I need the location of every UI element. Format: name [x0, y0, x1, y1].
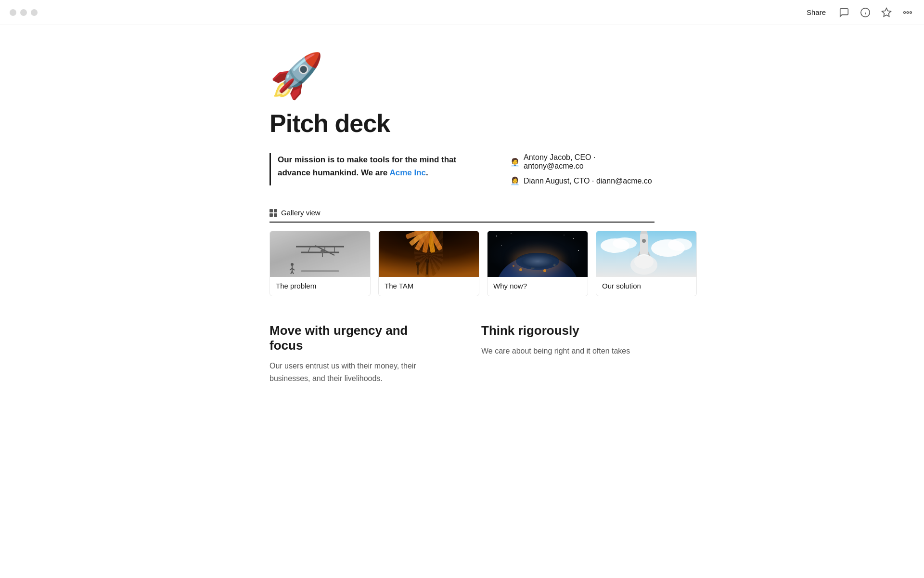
svg-point-52 — [642, 239, 646, 243]
cto-text: Diann August, CTO · diann@acme.co — [524, 177, 652, 185]
titlebar-actions: Share — [803, 6, 914, 19]
gallery-card-tam[interactable]: The TAM — [378, 231, 479, 296]
svg-point-33 — [496, 236, 497, 236]
page-icon: 🚀 — [270, 54, 654, 97]
svg-rect-28 — [417, 265, 419, 275]
traffic-lights — [10, 9, 38, 16]
svg-point-5 — [907, 12, 909, 13]
meta-section: Our mission is to make tools for the min… — [270, 153, 654, 185]
comment-icon[interactable] — [837, 6, 851, 19]
turbine-svg — [379, 231, 479, 277]
bottom-section-rigorously: Think rigorously We care about being rig… — [481, 323, 654, 384]
card-label-solution: Our solution — [596, 277, 696, 296]
mission-text-after: . — [426, 168, 428, 177]
svg-point-49 — [668, 238, 692, 251]
mission-text-before: Our mission is to make tools for the min… — [278, 155, 456, 177]
urgency-title: Move with urgency and focus — [270, 323, 443, 353]
gallery-card-problem[interactable]: The problem — [270, 231, 371, 296]
svg-point-37 — [501, 245, 502, 246]
acme-link[interactable]: Acme Inc — [389, 168, 426, 177]
svg-rect-50 — [640, 234, 648, 255]
earth-svg — [488, 231, 588, 277]
share-button[interactable]: Share — [803, 6, 830, 18]
card-label-problem: The problem — [270, 277, 370, 296]
svg-point-6 — [910, 12, 912, 13]
gallery-card-whynow[interactable]: Why now? — [487, 231, 588, 296]
cto-emoji: 👩‍💼 — [510, 176, 520, 185]
svg-point-56 — [630, 255, 657, 275]
svg-point-15 — [291, 263, 294, 266]
info-icon[interactable] — [859, 6, 872, 19]
mission-text: Our mission is to make tools for the min… — [278, 153, 472, 179]
svg-line-20 — [292, 271, 294, 274]
svg-point-36 — [564, 235, 564, 235]
svg-point-41 — [531, 265, 535, 269]
card-label-tam: The TAM — [379, 277, 479, 296]
ceo-text: Antony Jacob, CEO · antony@acme.co — [524, 153, 654, 171]
biplane-svg — [286, 242, 354, 261]
bottom-section-urgency: Move with urgency and focus Our users en… — [270, 323, 443, 384]
svg-rect-30 — [426, 263, 428, 275]
page-content: 🚀 Pitch deck Our mission is to make tool… — [231, 25, 693, 423]
page-title: Pitch deck — [270, 109, 654, 138]
person-svg — [288, 263, 296, 274]
card-image-tam — [379, 231, 479, 277]
urgency-text: Our users entrust us with their money, t… — [270, 360, 443, 384]
svg-point-35 — [573, 238, 574, 239]
svg-marker-51 — [640, 231, 648, 234]
svg-point-43 — [553, 264, 556, 266]
rigorously-text: We care about being right and it often t… — [481, 345, 654, 357]
svg-point-38 — [578, 250, 579, 251]
bottom-sections: Move with urgency and focus Our users en… — [270, 323, 654, 384]
svg-point-47 — [613, 237, 637, 249]
card-image-solution — [596, 231, 696, 277]
svg-marker-3 — [882, 8, 891, 16]
svg-line-10 — [308, 247, 310, 252]
gallery-section: Gallery view — [270, 209, 654, 296]
more-options-icon[interactable] — [901, 6, 914, 19]
svg-point-44 — [513, 265, 514, 267]
svg-point-40 — [519, 268, 522, 271]
gallery-cards: The problem — [270, 223, 654, 296]
svg-point-4 — [904, 12, 906, 13]
card-label-whynow: Why now? — [488, 277, 588, 296]
launch-svg — [596, 231, 696, 277]
titlebar: Share — [0, 0, 924, 25]
svg-point-13 — [321, 250, 324, 253]
rigorously-title: Think rigorously — [481, 323, 654, 338]
maximize-button[interactable] — [31, 9, 38, 16]
mission-block: Our mission is to make tools for the min… — [270, 153, 472, 185]
ceo-emoji: 🧑‍💼 — [510, 158, 520, 167]
contact-cto: 👩‍💼 Diann August, CTO · diann@acme.co — [510, 176, 654, 185]
gallery-header[interactable]: Gallery view — [270, 209, 654, 223]
card-image-whynow — [488, 231, 588, 277]
gallery-grid-icon — [270, 209, 277, 217]
minimize-button[interactable] — [20, 9, 27, 16]
star-icon[interactable] — [880, 6, 893, 19]
svg-point-29 — [416, 262, 420, 265]
svg-point-42 — [543, 269, 546, 272]
close-button[interactable] — [10, 9, 16, 16]
svg-point-31 — [425, 259, 429, 263]
contacts-block: 🧑‍💼 Antony Jacob, CEO · antony@acme.co 👩… — [510, 153, 654, 185]
gallery-label: Gallery view — [281, 209, 321, 217]
contact-ceo: 🧑‍💼 Antony Jacob, CEO · antony@acme.co — [510, 153, 654, 171]
card-image-problem — [270, 231, 370, 277]
gallery-card-solution[interactable]: Our solution — [596, 231, 697, 296]
svg-point-34 — [511, 233, 512, 234]
